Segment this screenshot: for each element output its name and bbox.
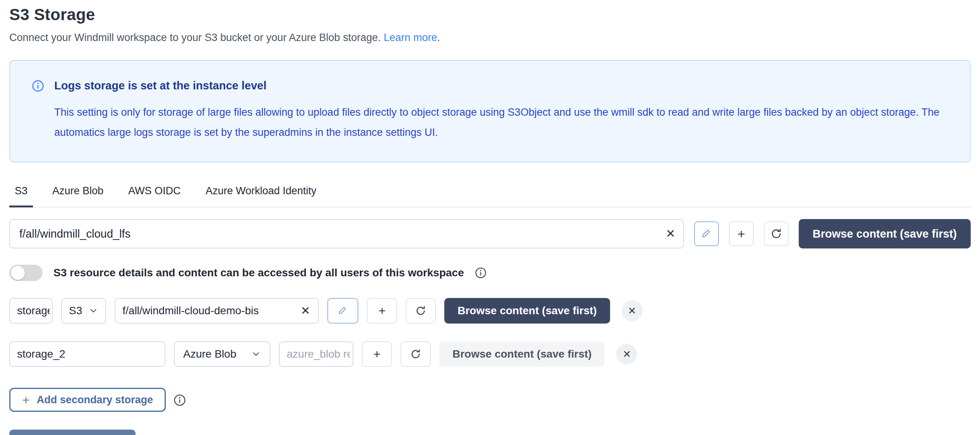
close-icon: ✕ (628, 305, 636, 317)
clear-resource-icon[interactable]: ✕ (301, 305, 310, 317)
tab-s3[interactable]: S3 (9, 185, 33, 207)
page-subtitle: Connect your Windmill workspace to your … (9, 32, 971, 44)
workspace-access-info-icon[interactable] (475, 267, 487, 279)
browse-content-button[interactable]: Browse content (save first) (444, 298, 610, 324)
secondary-storage-row-2: Azure Blob + Browse content (save first)… (9, 341, 971, 367)
logs-storage-alert: Logs storage is set at the instance leve… (9, 60, 971, 163)
add-resource-button[interactable]: + (367, 298, 397, 324)
chevron-down-icon (88, 306, 98, 316)
add-secondary-storage-button[interactable]: + Add secondary storage (9, 388, 166, 412)
storage-resource-input[interactable] (279, 341, 353, 367)
alert-body: This setting is only for storage of larg… (54, 102, 948, 142)
storage-type-select[interactable]: Azure Blob (174, 341, 270, 367)
storage-name-input[interactable] (9, 298, 53, 324)
learn-more-link[interactable]: Learn more (383, 32, 437, 43)
chevron-down-icon (251, 349, 261, 359)
clear-resource-icon[interactable]: ✕ (666, 228, 676, 240)
add-resource-button[interactable]: + (362, 341, 392, 367)
save-s3-settings-button[interactable]: Save S3 settings (9, 430, 136, 435)
browse-content-button-disabled[interactable]: Browse content (save first) (439, 341, 605, 367)
primary-resource-input[interactable] (9, 219, 684, 248)
refresh-resource-button[interactable] (401, 341, 431, 367)
storage-resource-input[interactable] (115, 298, 319, 324)
subtitle-text: Connect your Windmill workspace to your … (9, 32, 381, 43)
subtitle-period: . (437, 32, 440, 43)
storage-type-tabs: S3 Azure Blob AWS OIDC Azure Workload Id… (9, 185, 971, 207)
storage-name-input[interactable] (9, 341, 165, 367)
workspace-access-label: S3 resource details and content can be a… (53, 267, 464, 279)
page-title: S3 Storage (9, 5, 971, 24)
add-secondary-info-icon[interactable] (174, 394, 185, 406)
workspace-access-toggle-row: S3 resource details and content can be a… (9, 265, 971, 281)
refresh-icon (415, 305, 426, 316)
close-icon: ✕ (623, 348, 631, 360)
alert-title: Logs storage is set at the instance leve… (54, 79, 266, 92)
primary-resource-row: ✕ + Browse content (save first) (9, 219, 971, 248)
tab-aws-oidc[interactable]: AWS OIDC (123, 185, 186, 207)
plus-icon: + (373, 347, 381, 361)
storage-type-value: Azure Blob (183, 348, 236, 360)
refresh-icon (770, 228, 782, 240)
add-secondary-row: + Add secondary storage (9, 388, 971, 412)
edit-resource-button[interactable] (327, 298, 358, 324)
pencil-icon (701, 228, 712, 240)
plus-icon: + (22, 393, 30, 406)
edit-resource-button[interactable] (694, 221, 719, 246)
storage-type-value: S3 (69, 305, 82, 317)
plus-icon: + (378, 304, 386, 318)
tab-azure-workload-identity[interactable]: Azure Workload Identity (200, 185, 322, 207)
s3-storage-settings-page: S3 Storage Connect your Windmill workspa… (0, 0, 980, 435)
info-icon (32, 80, 44, 92)
remove-storage-button[interactable]: ✕ (622, 300, 643, 321)
pencil-icon (337, 305, 348, 316)
tab-azure-blob[interactable]: Azure Blob (47, 185, 109, 207)
refresh-resource-button[interactable] (764, 221, 789, 246)
plus-icon: + (738, 226, 745, 241)
storage-resource-input-wrap: ✕ (115, 298, 319, 324)
toggle-knob (11, 266, 25, 280)
primary-resource-input-wrap: ✕ (9, 219, 684, 248)
save-row: Save S3 settings (9, 430, 971, 435)
add-secondary-storage-label: Add secondary storage (37, 394, 153, 406)
browse-content-button[interactable]: Browse content (save first) (799, 219, 971, 248)
storage-type-select[interactable]: S3 (61, 298, 106, 324)
remove-storage-button[interactable]: ✕ (616, 344, 637, 365)
refresh-resource-button[interactable] (406, 298, 436, 324)
workspace-access-toggle[interactable] (9, 265, 43, 281)
add-resource-button[interactable]: + (729, 221, 754, 246)
secondary-storage-row-1: S3 ✕ + (9, 298, 971, 324)
refresh-icon (410, 349, 421, 360)
